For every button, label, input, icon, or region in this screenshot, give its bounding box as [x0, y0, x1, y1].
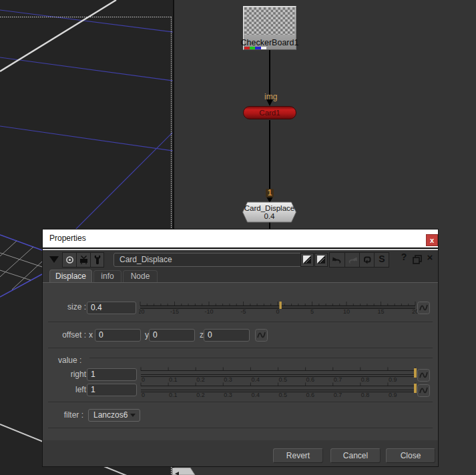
svg-text:0.1: 0.1: [169, 392, 178, 398]
svg-text:0.4: 0.4: [264, 212, 276, 220]
svg-text:-5: -5: [240, 308, 246, 314]
svg-text:Card_Displace: Card_Displace: [244, 204, 294, 212]
svg-text:0.3: 0.3: [224, 392, 232, 398]
svg-text:5: 5: [310, 308, 314, 314]
svg-text:0: 0: [276, 308, 279, 314]
svg-text:10: 10: [343, 308, 350, 314]
svg-text:-20: -20: [139, 308, 145, 314]
svg-text:0.7: 0.7: [334, 392, 342, 398]
svg-text:-15: -15: [170, 308, 179, 314]
svg-text:0.6: 0.6: [306, 392, 315, 398]
svg-text:0.2: 0.2: [196, 392, 205, 398]
svg-text:0.8: 0.8: [361, 392, 370, 398]
svg-text:0: 0: [142, 392, 145, 398]
svg-text:0.5: 0.5: [279, 392, 288, 398]
svg-text:0.9: 0.9: [389, 392, 397, 398]
svg-text:15: 15: [377, 308, 384, 314]
svg-text:0.4: 0.4: [251, 392, 260, 398]
svg-text:-10: -10: [204, 308, 213, 314]
